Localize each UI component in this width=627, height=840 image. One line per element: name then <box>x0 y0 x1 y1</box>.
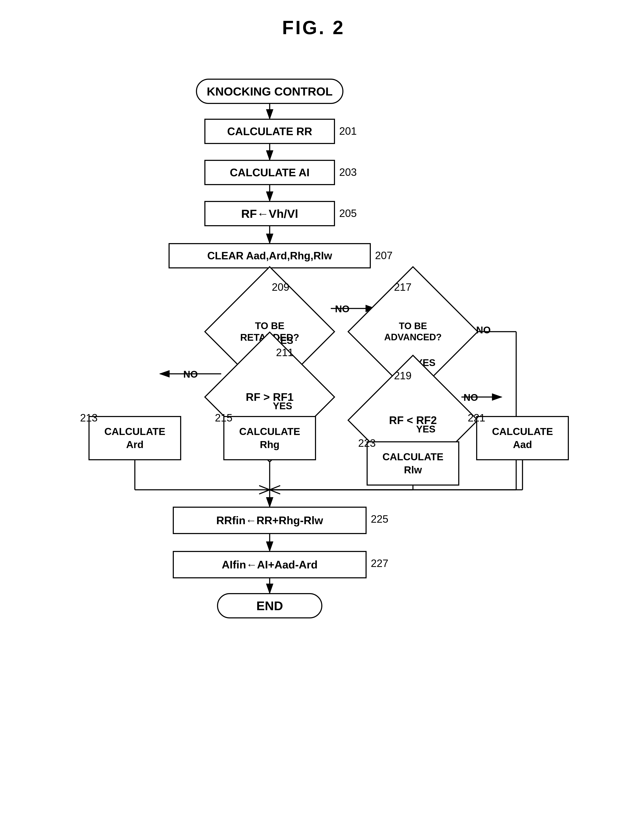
step-label-221: 221 <box>468 412 485 424</box>
yes-label-219: YES <box>416 423 435 435</box>
step-label-225: 225 <box>371 513 388 525</box>
step-label-217: 217 <box>394 281 411 293</box>
step-label-207: 207 <box>375 249 392 262</box>
page-title: FIG. 2 <box>0 0 627 39</box>
node-221: CALCULATE Aad <box>476 416 569 460</box>
step-label-205: 205 <box>339 207 357 219</box>
step-label-211: 211 <box>276 346 293 358</box>
end-node: END <box>217 593 322 618</box>
start-node: KNOCKING CONTROL <box>196 79 343 104</box>
node-207: CLEAR Aad,Ard,Rhg,Rlw <box>169 243 371 268</box>
node-201: CALCULATE RR <box>204 119 335 144</box>
step-label-215: 215 <box>215 412 232 424</box>
step-label-227: 227 <box>371 557 388 570</box>
no-label-217: NO <box>476 324 491 336</box>
node-213: CALCULATE Ard <box>88 416 181 460</box>
node-205: RF←Vh/Vl <box>204 201 335 226</box>
node-227: AIfin←AI+Aad-Ard <box>173 551 367 578</box>
step-label-223: 223 <box>358 437 376 449</box>
svg-line-26 <box>259 486 280 494</box>
step-label-201: 201 <box>339 125 357 137</box>
no-label-209: NO <box>335 303 350 314</box>
svg-line-27 <box>259 486 280 494</box>
step-label-209: 209 <box>272 281 289 293</box>
step-label-213: 213 <box>80 412 98 424</box>
node-215: CALCULATE Rhg <box>223 416 316 460</box>
node-223: CALCULATE Rlw <box>367 441 459 486</box>
node-203: CALCULATE AI <box>204 160 335 185</box>
step-label-219: 219 <box>394 369 411 382</box>
no-label-219: NO <box>463 392 478 403</box>
yes-label-211: YES <box>273 400 292 412</box>
node-225: RRfin←RR+Rhg-Rlw <box>173 507 367 534</box>
no-label-211: NO <box>183 369 198 380</box>
step-label-203: 203 <box>339 166 357 178</box>
